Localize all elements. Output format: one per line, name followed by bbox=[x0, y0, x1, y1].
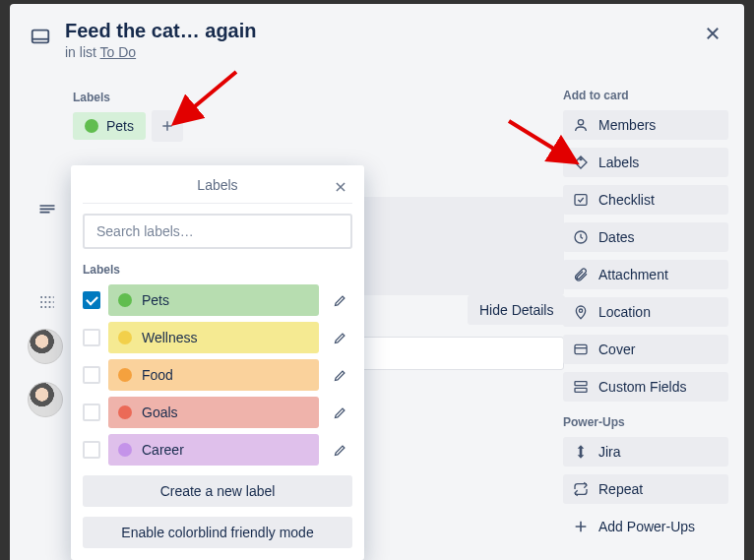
label-checkbox[interactable] bbox=[83, 404, 100, 421]
add-to-card-heading: Add to card bbox=[563, 89, 728, 102]
edit-label-button[interactable] bbox=[327, 325, 352, 350]
sidebar-item-label: Add Power-Ups bbox=[598, 519, 695, 534]
sidebar-item-label: Dates bbox=[598, 229, 635, 245]
label-pill[interactable]: Food bbox=[108, 359, 319, 391]
label-checkbox[interactable] bbox=[83, 366, 100, 384]
label-chip-pets[interactable]: Pets bbox=[73, 112, 146, 140]
avatar[interactable] bbox=[28, 382, 63, 417]
sidebar-item-location[interactable]: Location bbox=[563, 297, 728, 327]
description-icon bbox=[37, 201, 61, 223]
checklist-icon bbox=[573, 192, 589, 208]
create-label-button[interactable]: Create a new label bbox=[83, 475, 352, 507]
sidebar-item-label: Attachment bbox=[598, 267, 668, 282]
close-icon bbox=[704, 25, 722, 42]
sidebar-item-dates[interactable]: Dates bbox=[563, 222, 728, 252]
add-label-button[interactable] bbox=[152, 110, 183, 142]
label-dot-icon bbox=[118, 368, 132, 382]
popover-close-button[interactable] bbox=[329, 175, 352, 199]
location-pin-icon bbox=[573, 304, 589, 320]
label-row-pets: Pets bbox=[83, 284, 352, 316]
pencil-icon bbox=[333, 331, 347, 345]
jira-icon bbox=[573, 444, 589, 460]
sidebar-item-attachment[interactable]: Attachment bbox=[563, 260, 728, 289]
label-row-career: Career bbox=[83, 434, 352, 466]
label-dot-icon bbox=[118, 405, 132, 419]
label-dot-icon bbox=[118, 443, 132, 457]
card-subtitle: in list To Do bbox=[65, 44, 257, 60]
hide-details-button[interactable]: Hide Details bbox=[468, 295, 565, 325]
edit-label-button[interactable] bbox=[327, 287, 352, 313]
powerups-heading: Power-Ups bbox=[563, 415, 728, 429]
pencil-icon bbox=[333, 405, 347, 420]
sidebar-item-label: Jira bbox=[598, 444, 621, 460]
svg-rect-8 bbox=[575, 388, 587, 392]
sidebar-item-label: Custom Fields bbox=[598, 379, 686, 395]
label-row-goals: Goals bbox=[83, 397, 352, 428]
sidebar-item-label: Members bbox=[598, 117, 656, 133]
label-name: Food bbox=[142, 367, 173, 383]
svg-rect-6 bbox=[575, 344, 587, 353]
sidebar-item-cover[interactable]: Cover bbox=[563, 335, 728, 364]
popover-title: Labels bbox=[197, 177, 237, 193]
label-pill[interactable]: Pets bbox=[108, 284, 319, 316]
label-pill[interactable]: Wellness bbox=[108, 322, 319, 353]
label-dot-icon bbox=[85, 119, 98, 133]
svg-rect-0 bbox=[32, 31, 49, 43]
label-pill[interactable]: Goals bbox=[108, 397, 319, 428]
sidebar-item-label: Checklist bbox=[598, 192, 655, 208]
sidebar-item-label: Labels bbox=[598, 155, 639, 170]
sidebar-item-labels[interactable]: Labels bbox=[563, 148, 728, 177]
activity-icon bbox=[37, 292, 61, 315]
sidebar-item-custom-fields[interactable]: Custom Fields bbox=[563, 372, 728, 402]
label-search-input[interactable] bbox=[83, 214, 352, 249]
clock-icon bbox=[573, 229, 589, 245]
card-modal: Feed the cat… again in list To Do Labels… bbox=[10, 4, 744, 560]
sidebar-item-label: Repeat bbox=[598, 481, 643, 497]
list-link[interactable]: To Do bbox=[100, 44, 137, 60]
cover-icon bbox=[573, 342, 589, 357]
label-name: Wellness bbox=[142, 330, 198, 345]
close-modal-button[interactable] bbox=[697, 18, 728, 49]
svg-rect-7 bbox=[575, 382, 587, 386]
svg-rect-3 bbox=[575, 195, 587, 206]
applied-labels-row: Pets bbox=[73, 110, 565, 142]
sidebar-item-label: Cover bbox=[598, 342, 635, 357]
label-row-food: Food bbox=[83, 359, 352, 391]
avatar[interactable] bbox=[28, 329, 63, 364]
sidebar-item-jira[interactable]: Jira bbox=[563, 437, 728, 467]
label-chip-text: Pets bbox=[106, 118, 134, 134]
sidebar-item-repeat[interactable]: Repeat bbox=[563, 474, 728, 504]
label-checkbox[interactable] bbox=[83, 291, 100, 309]
label-name: Pets bbox=[142, 292, 169, 308]
tag-icon bbox=[573, 155, 589, 170]
svg-point-5 bbox=[579, 309, 582, 312]
card-title[interactable]: Feed the cat… again bbox=[65, 20, 257, 42]
sidebar-item-add-powerups[interactable]: Add Power-Ups bbox=[563, 512, 728, 541]
label-name: Career bbox=[142, 442, 184, 458]
plus-icon bbox=[160, 119, 174, 133]
label-pill[interactable]: Career bbox=[108, 434, 319, 466]
close-icon bbox=[334, 180, 347, 194]
label-row-wellness: Wellness bbox=[83, 322, 352, 353]
edit-label-button[interactable] bbox=[327, 362, 352, 388]
label-checkbox[interactable] bbox=[83, 329, 100, 346]
popover-labels-heading: Labels bbox=[83, 263, 352, 277]
label-checkbox[interactable] bbox=[83, 441, 100, 459]
plus-icon bbox=[573, 519, 589, 534]
svg-point-2 bbox=[580, 158, 582, 160]
edit-label-button[interactable] bbox=[327, 437, 352, 463]
label-dot-icon bbox=[118, 293, 132, 307]
label-dot-icon bbox=[118, 331, 132, 344]
sidebar-item-checklist[interactable]: Checklist bbox=[563, 185, 728, 215]
custom-fields-icon bbox=[573, 379, 589, 395]
sidebar-item-members[interactable]: Members bbox=[563, 110, 728, 140]
user-icon bbox=[573, 117, 589, 133]
card-icon bbox=[30, 26, 51, 50]
sidebar-item-label: Location bbox=[598, 304, 651, 320]
labels-popover: Labels Labels Pets Wellness bbox=[71, 165, 364, 560]
colorblind-mode-button[interactable]: Enable colorblind friendly mode bbox=[83, 517, 352, 548]
paperclip-icon bbox=[573, 267, 589, 282]
edit-label-button[interactable] bbox=[327, 400, 352, 425]
label-name: Goals bbox=[142, 404, 178, 420]
labels-heading: Labels bbox=[73, 91, 565, 104]
